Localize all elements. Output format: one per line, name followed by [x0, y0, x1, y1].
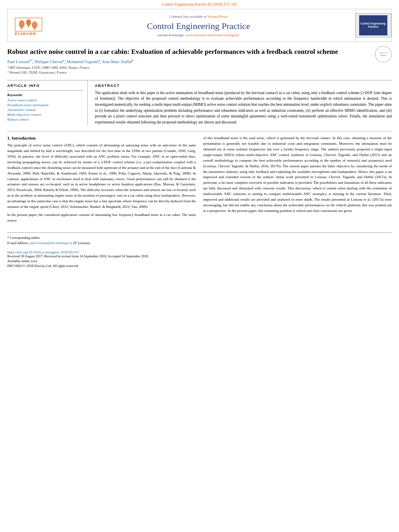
available-line: Available online xxxx	[7, 259, 392, 263]
article-title: Robust active noise control in a car cab…	[7, 47, 371, 56]
svg-point-3	[32, 21, 37, 29]
footnote-section: * Corresponding author. E-mail address: …	[7, 232, 392, 246]
journal-title: Control Engineering Practice	[147, 21, 250, 31]
section1-para3: of this broadband noise is the road nois…	[203, 136, 392, 214]
section1-heading: 1. Introduction	[7, 136, 196, 140]
keyword-2[interactable]: Broadband noise attenuation	[7, 103, 83, 107]
received-line: Received 30 August 2017; Received in rev…	[7, 254, 392, 258]
svg-rect-4	[21, 27, 22, 29]
article-info-label: Article Info	[7, 84, 83, 88]
header-box: ELSEVIER Contents lists available at Sci…	[7, 9, 392, 42]
author-chevrel[interactable]: Philippe Chevrel	[35, 60, 63, 64]
journal-cover-image: Control Engineering Practice	[355, 13, 391, 37]
contents-label: Contents lists available at	[169, 14, 206, 18]
footnote-email: E-mail address: paul.loiseau@imt-atlanti…	[7, 240, 392, 246]
sciencedirect-link[interactable]: ScienceDirect	[208, 14, 228, 18]
header-right: Control Engineering Practice	[355, 9, 391, 41]
abstract-text: The application dealt with in this paper…	[95, 90, 392, 125]
article-info-col: Article Info Keywords: Active noise cont…	[7, 80, 88, 125]
journal-img-title: Control Engineering Practice	[359, 22, 387, 29]
doi-link[interactable]: https://doi.org/10.1016/j.conengprac.201…	[7, 250, 79, 254]
doi-section: https://doi.org/10.1016/j.conengprac.201…	[7, 250, 392, 268]
authors-line: Paul Loiseaua,*, Philippe Chevrela, Moha…	[7, 59, 371, 64]
svg-point-2	[26, 19, 31, 26]
section-divider	[7, 131, 392, 131]
abstract-label: Abstract	[95, 84, 392, 88]
page-container: Control Engineering Practice 81 (2018) 1…	[0, 0, 399, 532]
elsevier-wordmark: ELSEVIER	[15, 32, 36, 36]
body-left-col: 1. Introduction The principle of active …	[7, 136, 196, 226]
author-yagoubi[interactable]: Mohamed Yagoubi	[66, 60, 99, 64]
keywords-title: Keywords:	[7, 93, 83, 97]
header-main: Contents lists available at ScienceDirec…	[42, 11, 355, 39]
sciencedirect-line: Contents lists available at ScienceDirec…	[169, 14, 228, 18]
elsevier-tree-icon	[18, 18, 39, 30]
keyword-5[interactable]: Robust control	[7, 117, 83, 121]
section1-para2: In the present paper, the considered app…	[7, 212, 196, 224]
body-section: 1. Introduction The principle of active …	[7, 136, 392, 226]
check-updates-label: Check for updates	[379, 52, 387, 57]
copyright-line: 0967-0661/© 2018 Elsevier Ltd. All right…	[7, 264, 392, 268]
top-journal-citation: Control Engineering Practice 81 (2018) 1…	[0, 0, 399, 8]
keyword-4[interactable]: Multi-objective control	[7, 113, 83, 117]
author-loiseau[interactable]: Paul Loiseau	[7, 60, 29, 64]
journal-citation-link[interactable]: Control Engineering Practice 81 (2018) 1…	[162, 2, 237, 6]
affiliation-a: ᵃ IMT-Atlantique, LS2N, UMR CNRS, 6004, …	[7, 66, 371, 70]
article-info-abstract-section: Article Info Keywords: Active noise cont…	[7, 80, 392, 125]
journal-homepage-link[interactable]: www.elsevier.com/locate/conengprac	[185, 33, 239, 37]
abstract-col: Abstract The application dealt with in t…	[95, 80, 392, 125]
author-duffal[interactable]: Jean-Marc Duffal	[102, 60, 132, 64]
footnote-corresponding: * Corresponding author.	[7, 235, 392, 240]
check-updates-area: Check for updates	[375, 42, 392, 63]
article-content: Robust active noise control in a car cab…	[7, 42, 392, 268]
elsevier-logo-area: ELSEVIER	[8, 15, 42, 36]
check-updates-badge: Check for updates	[375, 46, 392, 63]
svg-point-1	[19, 20, 25, 28]
footnote-email-link[interactable]: paul.loiseau@imt-atlantique.fr	[30, 241, 72, 245]
body-right-col: of this broadband noise is the road nois…	[203, 136, 392, 226]
keyword-3[interactable]: Automotive control	[7, 108, 83, 112]
journal-homepage-line: journal homepage: www.elsevier.com/locat…	[158, 33, 240, 37]
svg-rect-5	[28, 25, 29, 27]
section1-para1: The principle of active noise control (A…	[7, 143, 196, 210]
svg-rect-6	[34, 28, 35, 30]
affiliation-b: ᵇ Renault SAS, 78288, Guyancourt, France	[7, 70, 371, 74]
homepage-label: journal homepage:	[158, 33, 185, 37]
keyword-1[interactable]: Active noise control	[7, 98, 83, 102]
